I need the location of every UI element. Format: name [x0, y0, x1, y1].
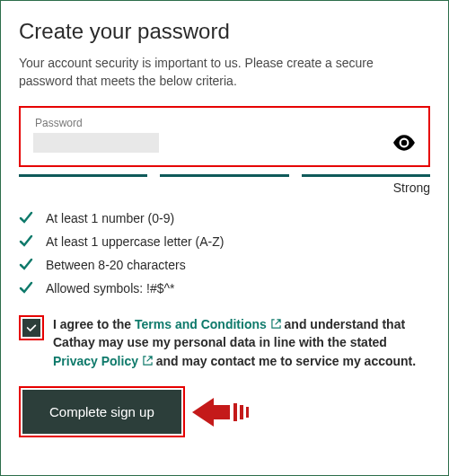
- external-link-icon: [143, 356, 153, 366]
- page-subtitle: Your account security is important to us…: [19, 55, 430, 90]
- strength-label: Strong: [19, 181, 430, 195]
- strength-bar-3: [302, 174, 430, 177]
- consent-prefix: I agree to the: [53, 317, 135, 331]
- check-icon: [19, 258, 33, 272]
- svg-point-0: [401, 140, 408, 146]
- checkbox-highlight: [19, 315, 44, 340]
- check-icon: [19, 234, 33, 249]
- complete-signup-button[interactable]: Complete sign up: [22, 390, 181, 434]
- svg-rect-2: [240, 405, 243, 419]
- criteria-item: At least 1 number (0-9): [19, 211, 430, 225]
- consent-suffix: and may contact me to service my account…: [153, 354, 416, 368]
- criteria-item: Allowed symbols: !#$^*: [19, 281, 430, 295]
- criteria-item: Between 8-20 characters: [19, 258, 430, 272]
- submit-row: Complete sign up: [19, 386, 430, 437]
- password-label: Password: [33, 117, 416, 129]
- page-title: Create your password: [19, 19, 430, 44]
- criteria-text: At least 1 uppercase letter (A-Z): [46, 234, 224, 249]
- checkmark-icon: [25, 322, 38, 334]
- privacy-link[interactable]: Privacy Policy: [53, 354, 138, 368]
- strength-bar-2: [160, 174, 288, 177]
- svg-rect-1: [233, 403, 237, 421]
- password-field-highlight: Password: [19, 106, 430, 167]
- criteria-text: At least 1 number (0-9): [46, 211, 174, 225]
- arrow-left-icon: [192, 396, 250, 428]
- password-input[interactable]: [33, 133, 159, 153]
- criteria-list: At least 1 number (0-9) At least 1 upper…: [19, 211, 430, 295]
- strength-bars: [19, 174, 430, 177]
- consent-checkbox[interactable]: [22, 319, 40, 337]
- consent-text: I agree to the Terms and Conditions and …: [53, 315, 430, 370]
- external-link-icon: [271, 319, 281, 329]
- check-icon: [19, 211, 33, 225]
- submit-highlight: Complete sign up: [19, 386, 185, 437]
- criteria-item: At least 1 uppercase letter (A-Z): [19, 234, 430, 249]
- check-icon: [19, 281, 33, 295]
- consent-row: I agree to the Terms and Conditions and …: [19, 315, 430, 370]
- strength-bar-1: [19, 174, 147, 177]
- svg-rect-3: [246, 407, 249, 418]
- eye-icon[interactable]: [392, 135, 416, 151]
- terms-link[interactable]: Terms and Conditions: [135, 317, 267, 331]
- criteria-text: Allowed symbols: !#$^*: [46, 281, 175, 295]
- criteria-text: Between 8-20 characters: [46, 258, 186, 272]
